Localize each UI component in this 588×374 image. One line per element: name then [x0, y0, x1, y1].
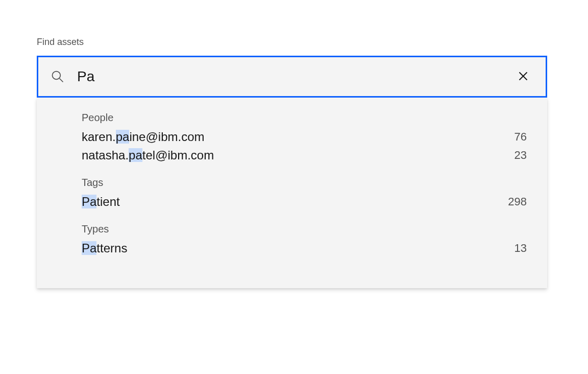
group-people: People karen.paine@ibm.com 76 natasha.pa…: [82, 112, 527, 165]
suggestions-dropdown: People karen.paine@ibm.com 76 natasha.pa…: [37, 98, 547, 288]
search-input[interactable]: [77, 68, 513, 85]
search-label: Find assets: [37, 37, 547, 48]
suggestion-item[interactable]: Patterns 13: [82, 239, 527, 258]
group-label: Tags: [82, 177, 527, 189]
svg-point-0: [53, 72, 61, 80]
search-box: [37, 56, 547, 98]
close-icon: [517, 70, 529, 84]
suggestion-text: karen.paine@ibm.com: [82, 130, 204, 144]
suggestion-text: Patterns: [82, 241, 127, 255]
suggestion-text: Patient: [82, 195, 120, 209]
suggestion-count: 13: [514, 242, 527, 255]
group-label: Types: [82, 223, 527, 235]
suggestion-text: natasha.patel@ibm.com: [82, 148, 214, 162]
group-label: People: [82, 112, 527, 124]
suggestion-item[interactable]: Patient 298: [82, 193, 527, 211]
group-tags: Tags Patient 298: [82, 177, 527, 211]
suggestion-count: 23: [514, 149, 527, 162]
search-container: Find assets People karen.paine@ibm.com 7…: [37, 37, 547, 288]
suggestion-item[interactable]: karen.paine@ibm.com 76: [82, 128, 527, 146]
suggestion-item[interactable]: natasha.patel@ibm.com 23: [82, 146, 527, 165]
clear-button[interactable]: [513, 66, 533, 88]
search-icon: [51, 69, 65, 84]
suggestion-count: 76: [514, 130, 527, 144]
svg-line-1: [60, 79, 63, 82]
group-types: Types Patterns 13: [82, 223, 527, 258]
suggestion-count: 298: [508, 195, 527, 208]
